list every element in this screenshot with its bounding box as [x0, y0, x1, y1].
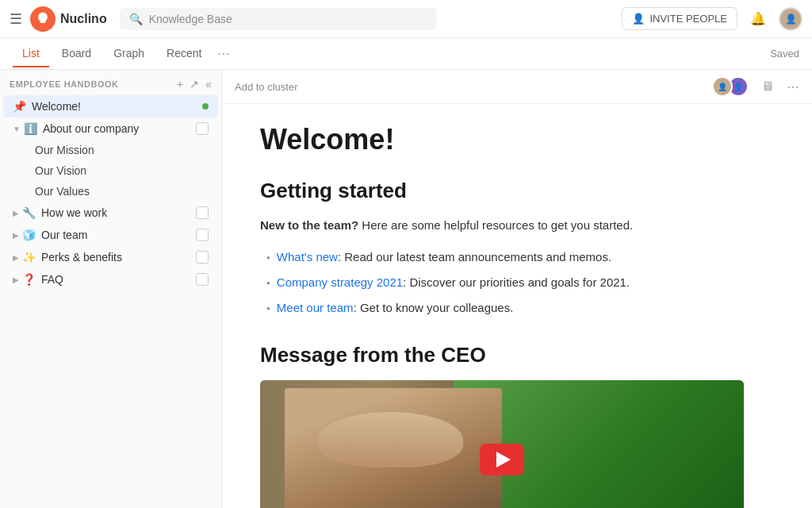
- info-icon: ℹ️: [24, 122, 38, 135]
- ceo-video[interactable]: [260, 380, 744, 508]
- active-dot: [202, 103, 209, 110]
- app-name: Nuclino: [60, 12, 107, 26]
- tab-bar: List Board Graph Recent ⋯ Saved: [0, 38, 812, 70]
- page-title: Welcome!: [260, 123, 774, 156]
- list-item-2: ● Company strategy 2021: Discover our pr…: [266, 270, 774, 295]
- chevron-right-icon: ▶: [13, 209, 19, 217]
- sidebar-section-title: EMPLOYEE HANDBOOK: [10, 79, 118, 89]
- team-icon: 🧊: [22, 229, 36, 241]
- sidebar-label-our-vision: Our Vision: [35, 164, 86, 177]
- hamburger-icon[interactable]: ☰: [10, 10, 22, 28]
- sidebar-collapse-icon[interactable]: «: [205, 78, 212, 90]
- sidebar-item-welcome[interactable]: 📌 Welcome!: [3, 95, 218, 117]
- more-options-icon[interactable]: ⋯: [787, 79, 799, 94]
- sidebar-label-welcome: Welcome!: [32, 100, 202, 113]
- sidebar-label-about: About our company: [43, 122, 196, 135]
- face-area: [318, 412, 463, 468]
- sidebar-label-faq: FAQ: [41, 273, 196, 286]
- main-layout: EMPLOYEE HANDBOOK + ↗ « 📌 Welcome! ▼ ℹ️ …: [0, 70, 812, 508]
- list-item-1-rest: : Read our latest team announcements and…: [338, 250, 611, 264]
- wrench-icon: 🔧: [22, 206, 36, 219]
- sidebar-label-perks: Perks & benefits: [41, 251, 196, 264]
- sidebar-expand-icon[interactable]: ↗: [190, 78, 199, 90]
- add-to-cluster-btn[interactable]: Add to cluster: [235, 81, 298, 93]
- logo: Nuclino: [30, 6, 107, 32]
- tab-saved: Saved: [770, 48, 799, 60]
- sidebar-header: EMPLOYEE HANDBOOK + ↗ «: [0, 70, 221, 95]
- search-bar[interactable]: 🔍 Knowledge Base: [120, 8, 437, 30]
- list-item-3-rest: : Get to know your colleagues.: [354, 301, 514, 314]
- tab-list[interactable]: List: [13, 40, 49, 67]
- play-triangle-icon: [496, 452, 511, 468]
- logo-icon: [30, 6, 56, 32]
- sidebar-item-our-team[interactable]: ▶ 🧊 Our team: [3, 224, 218, 246]
- sidebar-label-our-values: Our Values: [35, 185, 90, 198]
- bullet-dot-3: ●: [266, 304, 270, 314]
- sidebar-item-our-values[interactable]: Our Values: [3, 181, 218, 202]
- intro-bold: New to the team?: [260, 218, 358, 232]
- chevron-right-icon-2: ▶: [13, 231, 19, 240]
- list-item-1: ● What's new: Read our latest team annou…: [266, 244, 774, 270]
- tab-graph[interactable]: Graph: [104, 40, 154, 67]
- collaborator-avatar-1: 👤: [712, 76, 733, 97]
- list-item-2-text: Company strategy 2021: Discover our prio…: [277, 273, 630, 292]
- question-icon: ❓: [22, 273, 36, 286]
- content-toolbar-right: 👤 👤 🖥 ⋯: [717, 76, 799, 97]
- bell-icon[interactable]: 🔔: [750, 11, 766, 26]
- tab-board[interactable]: Board: [52, 40, 101, 67]
- resource-list: ● What's new: Read our latest team annou…: [260, 244, 774, 321]
- whats-new-link[interactable]: What's new: [277, 250, 338, 264]
- sidebar-item-our-vision[interactable]: Our Vision: [3, 160, 218, 181]
- ceo-heading: Message from the CEO: [260, 343, 774, 368]
- nav-right: 👤 INVITE PEOPLE 🔔 👤: [622, 7, 802, 31]
- play-button[interactable]: [480, 444, 524, 475]
- sidebar-actions: + ↗ «: [177, 78, 212, 90]
- sidebar-item-our-mission[interactable]: Our Mission: [3, 140, 218, 160]
- sidebar: EMPLOYEE HANDBOOK + ↗ « 📌 Welcome! ▼ ℹ️ …: [0, 70, 222, 508]
- sidebar-checkbox-how-we-work[interactable]: [196, 206, 209, 219]
- invite-button[interactable]: 👤 INVITE PEOPLE: [622, 7, 737, 30]
- tab-more-icon[interactable]: ⋯: [217, 46, 230, 61]
- list-item-2-rest: : Discover our priorities and goals for …: [403, 275, 630, 289]
- sidebar-add-icon[interactable]: +: [177, 78, 183, 90]
- list-item-3-text: Meet our team: Get to know your colleagu…: [277, 298, 514, 318]
- list-item-1-text: What's new: Read our latest team announc…: [277, 248, 611, 267]
- meet-team-link[interactable]: Meet our team: [277, 301, 354, 314]
- tab-recent[interactable]: Recent: [157, 40, 211, 67]
- content-body: Welcome! Getting started New to the team…: [222, 104, 812, 508]
- sidebar-item-how-we-work[interactable]: ▶ 🔧 How we work: [3, 202, 218, 224]
- invite-icon: 👤: [632, 13, 645, 25]
- content-toolbar: Add to cluster 👤 👤 🖥 ⋯: [222, 70, 812, 104]
- sidebar-item-faq[interactable]: ▶ ❓ FAQ: [3, 268, 218, 291]
- intro-paragraph: New to the team? Here are some helpful r…: [260, 216, 774, 235]
- list-item-3: ● Meet our team: Get to know your collea…: [266, 295, 774, 321]
- sidebar-item-about[interactable]: ▼ ℹ️ About our company: [3, 117, 218, 140]
- bullet-dot-1: ●: [266, 253, 270, 264]
- chevron-right-icon-4: ▶: [13, 275, 19, 284]
- sidebar-checkbox-our-team[interactable]: [196, 229, 209, 241]
- monitor-icon[interactable]: 🖥: [761, 79, 774, 94]
- bullet-dot-2: ●: [266, 279, 270, 289]
- pin-icon: 📌: [13, 100, 27, 113]
- top-nav: ☰ Nuclino 🔍 Knowledge Base 👤 INVITE PEOP…: [0, 0, 812, 38]
- chevron-right-icon-3: ▶: [13, 253, 19, 262]
- search-text: Knowledge Base: [149, 13, 232, 25]
- sidebar-checkbox-about[interactable]: [196, 122, 209, 135]
- sidebar-label-how-we-work: How we work: [41, 206, 196, 219]
- sidebar-checkbox-perks[interactable]: [196, 251, 209, 264]
- collaborators: 👤 👤: [717, 76, 749, 97]
- content-area: Add to cluster 👤 👤 🖥 ⋯ Welcome! Getting …: [222, 70, 812, 508]
- sparkle-icon: ✨: [22, 251, 36, 264]
- getting-started-heading: Getting started: [260, 179, 774, 203]
- search-icon: 🔍: [129, 13, 143, 25]
- sidebar-item-perks[interactable]: ▶ ✨ Perks & benefits: [3, 246, 218, 268]
- user-avatar[interactable]: 👤: [779, 7, 802, 31]
- sidebar-label-our-mission: Our Mission: [35, 144, 94, 156]
- strategy-link[interactable]: Company strategy 2021: [277, 275, 403, 289]
- invite-label: INVITE PEOPLE: [649, 13, 727, 25]
- sidebar-checkbox-faq[interactable]: [196, 273, 209, 286]
- chevron-down-icon: ▼: [13, 125, 21, 133]
- intro-rest: Here are some helpful resources to get y…: [358, 218, 633, 232]
- sidebar-label-our-team: Our team: [41, 229, 196, 241]
